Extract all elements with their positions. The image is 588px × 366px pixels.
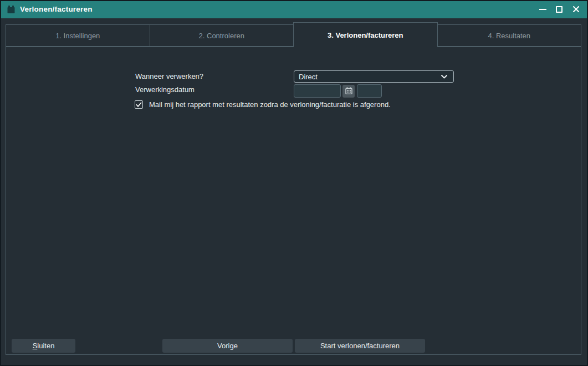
vorige-label: Vorige xyxy=(217,342,238,350)
tab-instellingen[interactable]: 1. Instellingen xyxy=(6,24,150,47)
tab-label: 4. Resultaten xyxy=(488,32,530,40)
content-panel xyxy=(6,47,581,355)
maximize-icon[interactable] xyxy=(553,2,566,17)
tab-controleren[interactable]: 2. Controleren xyxy=(150,24,294,47)
minimize-icon[interactable] xyxy=(536,2,549,17)
tab-verlonen-factureren[interactable]: 3. Verlonen/factureren xyxy=(293,22,438,47)
wizard-tabs: 1. Instellingen 2. Controleren 3. Verlon… xyxy=(6,24,581,47)
start-label: Start verlonen/factureren xyxy=(320,342,400,350)
when-dropdown[interactable]: Direct xyxy=(294,70,454,83)
window-title: Verlonen/factureren xyxy=(20,5,93,13)
sluiten-accelerator: S xyxy=(33,342,38,350)
vorige-button[interactable]: Vorige xyxy=(162,339,293,353)
when-dropdown-value: Direct xyxy=(299,73,441,81)
start-verlonen-factureren-button[interactable]: Start verlonen/factureren xyxy=(295,339,425,353)
chevron-down-icon xyxy=(441,72,448,82)
close-icon[interactable] xyxy=(569,2,582,17)
dialog-window: Verlonen/factureren 1. Instellingen 2. C… xyxy=(0,0,588,366)
tab-label: 1. Instellingen xyxy=(55,32,100,40)
calendar-icon xyxy=(7,5,16,14)
sluiten-button[interactable]: Sluiten xyxy=(12,339,75,353)
tab-label: 2. Controleren xyxy=(199,32,244,40)
sluiten-label-rest: luiten xyxy=(37,342,54,350)
tab-resultaten[interactable]: 4. Resultaten xyxy=(437,24,582,47)
titlebar[interactable]: Verlonen/factureren xyxy=(0,0,588,18)
tab-label: 3. Verlonen/factureren xyxy=(328,31,403,39)
